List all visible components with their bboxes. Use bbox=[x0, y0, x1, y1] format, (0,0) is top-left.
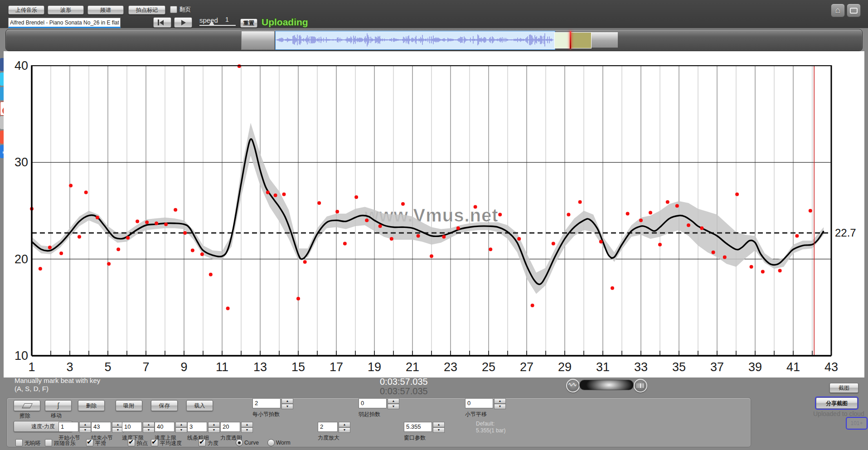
line-width-spinner-value[interactable]: 3 bbox=[187, 422, 207, 432]
tempo-min-spinner-up[interactable]: ▲ bbox=[143, 422, 155, 427]
toolbar-button-1[interactable]: 上传音乐 bbox=[8, 5, 44, 15]
checkbox-2[interactable] bbox=[45, 439, 52, 446]
beats-per-measure-spinner-down[interactable]: ▼ bbox=[281, 404, 293, 409]
pickup-beats-spinner-value[interactable]: 0 bbox=[359, 398, 387, 408]
pickup-beats-spinner-label: 弱起拍数 bbox=[359, 411, 380, 418]
svg-text:30: 30 bbox=[15, 155, 28, 169]
end-measure-spinner-value[interactable]: 43 bbox=[91, 422, 111, 432]
svg-text:29: 29 bbox=[558, 360, 572, 374]
measure-shift-spinner-down[interactable]: ▼ bbox=[494, 404, 506, 409]
dynamics-opacity-spinner-up[interactable]: ▲ bbox=[241, 422, 253, 427]
svg-text:41: 41 bbox=[786, 360, 800, 374]
checkbox-1[interactable] bbox=[15, 439, 23, 446]
checkbox-label-3: 平滑 bbox=[95, 440, 106, 447]
start-measure-spinner-up[interactable]: ▲ bbox=[79, 422, 91, 427]
line-width-spinner-up[interactable]: ▲ bbox=[208, 422, 220, 427]
load-button[interactable]: 载入 bbox=[186, 400, 213, 411]
svg-text:37: 37 bbox=[710, 360, 724, 374]
pickup-beats-spinner-up[interactable]: ▲ bbox=[388, 398, 399, 404]
save-button[interactable]: 保存 bbox=[151, 400, 178, 411]
flip-page-checkbox[interactable] bbox=[170, 6, 177, 13]
checkbox-3[interactable] bbox=[86, 439, 93, 446]
waveform-selection-region[interactable] bbox=[275, 31, 555, 50]
dynamics-opacity-spinner-value[interactable]: 20 bbox=[220, 422, 240, 432]
delete-button[interactable]: 删除 bbox=[78, 400, 105, 411]
fullscreen-button[interactable] bbox=[847, 4, 861, 17]
wave-beat-balance-slider[interactable] bbox=[579, 380, 634, 390]
reset-button[interactable]: 重置 bbox=[240, 19, 257, 28]
radio-worm[interactable] bbox=[267, 439, 275, 446]
dynamics-scale-spinner-down[interactable]: ▼ bbox=[339, 427, 350, 433]
move-tool-button[interactable]: ∫ bbox=[45, 400, 72, 411]
dynamics-scale-spinner-value[interactable]: 2 bbox=[318, 422, 338, 432]
tempo-chart[interactable]: www.Vmus.net1020304013579111315171921232… bbox=[0, 51, 868, 377]
speed-slider-thumb[interactable] bbox=[209, 21, 215, 26]
vmus-tempo-analysis-app: { "toolbar": { "buttons": ["上传音乐", "波形",… bbox=[0, 0, 868, 450]
line-width-spinner-down[interactable]: ▼ bbox=[208, 427, 220, 433]
window-parameter-spinner-down[interactable]: ▼ bbox=[433, 427, 445, 433]
home-button[interactable]: ⌂ bbox=[831, 4, 845, 17]
toolbar-button-4[interactable]: 拍点标记 bbox=[128, 5, 165, 15]
top-toolbar: 上传音乐波形频谱拍点标记 翻页 speed 1 重置 Uploading ⌂ bbox=[0, 0, 868, 28]
toolbar-button-2[interactable]: 波形 bbox=[48, 5, 84, 15]
checkbox-5[interactable] bbox=[151, 439, 158, 446]
tempo-max-spinner-down[interactable]: ▼ bbox=[175, 427, 187, 433]
svg-text:27: 27 bbox=[520, 360, 533, 374]
start-measure-spinner-down[interactable]: ▼ bbox=[79, 427, 91, 433]
measure-shift-spinner-up[interactable]: ▲ bbox=[494, 398, 506, 404]
checkbox-label-2: 跟随音乐 bbox=[54, 440, 76, 447]
time-display-secondary: 0:03:57.035 bbox=[380, 386, 428, 397]
tempo-max-spinner-up[interactable]: ▲ bbox=[175, 422, 187, 427]
share-screenshot-button[interactable]: 分享截图 bbox=[816, 397, 858, 409]
checkbox-6[interactable] bbox=[199, 439, 206, 446]
checkbox-label-6: 力度 bbox=[208, 440, 218, 447]
screenshot-button[interactable]: 截图 bbox=[829, 383, 858, 393]
svg-text:9: 9 bbox=[180, 360, 187, 374]
svg-text:3: 3 bbox=[66, 360, 73, 374]
waveform-overview-bar[interactable] bbox=[5, 29, 863, 51]
play-button[interactable] bbox=[174, 17, 192, 28]
svg-text:15: 15 bbox=[291, 360, 305, 374]
beats-per-measure-spinner-up[interactable]: ▲ bbox=[281, 398, 293, 404]
dynamics-scale-spinner-up[interactable]: ▲ bbox=[339, 422, 350, 427]
default-note: Default: 5.355(1 bar) bbox=[476, 421, 505, 434]
toolbar-button-3[interactable]: 频谱 bbox=[87, 5, 124, 15]
snap-button[interactable]: 吸附 bbox=[116, 400, 142, 411]
speed-slider-track[interactable] bbox=[199, 25, 236, 26]
prev-button[interactable] bbox=[153, 17, 171, 28]
wave-mode-button[interactable]: ∿∿ bbox=[566, 379, 580, 392]
speed-value: 1 bbox=[225, 16, 229, 23]
radio-curve[interactable] bbox=[236, 439, 243, 446]
waveform-playhead-cursor[interactable] bbox=[570, 31, 571, 48]
tempo-max-spinner-value[interactable]: 40 bbox=[155, 422, 175, 432]
tempo-min-spinner-down[interactable]: ▼ bbox=[143, 427, 155, 433]
svg-text:20: 20 bbox=[15, 252, 28, 266]
start-measure-spinner-value[interactable]: 1 bbox=[58, 422, 78, 432]
svg-text:5: 5 bbox=[104, 360, 111, 374]
waveform-tail-green bbox=[555, 33, 571, 48]
beat-hint-line2: (A, S, D, F) bbox=[15, 385, 48, 393]
window-parameter-spinner-value[interactable]: 5.355 bbox=[404, 422, 432, 432]
screen-icon bbox=[850, 8, 858, 14]
beats-per-measure-spinner-value[interactable]: 2 bbox=[252, 398, 281, 408]
measure-shift-spinner-label: 小节平移 bbox=[465, 411, 487, 418]
svg-text:10: 10 bbox=[15, 349, 28, 363]
waveform-tail-olive bbox=[571, 33, 591, 48]
measure-shift-spinner-value[interactable]: 0 bbox=[465, 398, 493, 408]
eraser-icon bbox=[22, 403, 33, 408]
dynamics-opacity-spinner-down[interactable]: ▼ bbox=[241, 427, 253, 433]
svg-text:1: 1 bbox=[28, 360, 35, 374]
erase-tool-button[interactable] bbox=[14, 400, 40, 411]
track-title-input[interactable] bbox=[8, 18, 121, 28]
tempo-min-spinner-value[interactable]: 10 bbox=[122, 422, 142, 432]
prev-icon bbox=[160, 20, 164, 25]
prev-bar-icon bbox=[158, 19, 159, 25]
checkbox-4[interactable] bbox=[128, 439, 135, 446]
window-parameter-spinner-up[interactable]: ▲ bbox=[433, 422, 445, 427]
radio-label-curve: Curve bbox=[244, 440, 259, 446]
pickup-beats-spinner-down[interactable]: ▼ bbox=[388, 404, 399, 409]
beat-mode-button[interactable] bbox=[634, 379, 647, 392]
dynamics-scale-spinner-label: 力度放大 bbox=[318, 434, 339, 442]
cloud-count-button[interactable]: 101+ bbox=[847, 418, 867, 429]
sine-wave-icon: ∿∿ bbox=[568, 381, 576, 388]
